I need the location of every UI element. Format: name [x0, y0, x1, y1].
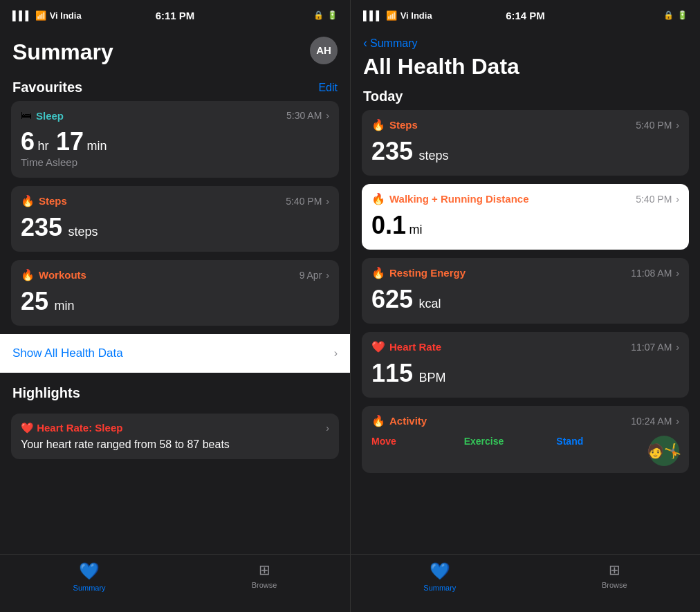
- highlight-title-text: ❤️ Heart Rate: Sleep: [21, 422, 122, 434]
- back-chevron-icon: ‹: [363, 36, 367, 50]
- tab-bar-left: 💙 Summary ⊞ Browse: [0, 554, 350, 612]
- tab-summary-left[interactable]: 💙 Summary: [73, 562, 106, 592]
- tab-browse-icon-right: ⊞: [609, 562, 620, 578]
- right-phone: ▌▌▌ 📶 Vi India 6:14 PM 🔒 🔋 ‹ Summary All…: [350, 0, 700, 612]
- tab-summary-icon-right: 💙: [430, 562, 450, 581]
- activity-move-label: Move: [371, 436, 464, 466]
- flame-icon-resting: 🔥: [371, 266, 385, 279]
- activity-ring-icon: 🧑‍🤸: [649, 436, 679, 466]
- heart-rate-number: 115: [371, 359, 413, 387]
- walking-title: Walking + Running Distance: [389, 193, 529, 205]
- tab-summary-label-right: Summary: [423, 584, 456, 592]
- favourites-header: Favourites Edit: [0, 67, 350, 101]
- highlights-section: ❤️ Heart Rate: Sleep › Your heart rate r…: [0, 414, 350, 467]
- highlight-chevron: ›: [326, 423, 329, 434]
- status-bar-right: ▌▌▌ 📶 Vi India 6:14 PM 🔒 🔋: [351, 0, 700, 30]
- left-scroll[interactable]: Summary AH Favourites Edit 🛏 Sleep 5:30 …: [0, 30, 350, 554]
- activity-exercise-label: Exercise: [464, 436, 557, 466]
- steps-card-header-left: 🔥 Steps 5:40 PM ›: [11, 186, 339, 213]
- steps-time-left: 5:40 PM: [286, 196, 322, 207]
- resting-title-row: 🔥 Resting Energy: [371, 266, 466, 279]
- steps-title-left: Steps: [39, 195, 67, 207]
- walking-number: 0.1: [371, 211, 406, 239]
- heart-rate-header: ❤️ Heart Rate 11:07 AM ›: [362, 332, 689, 359]
- show-all-health-row[interactable]: Show All Health Data ›: [0, 334, 350, 373]
- resting-value: 625 kcal: [362, 285, 689, 324]
- sleep-sub: Time Asleep: [21, 156, 329, 168]
- flame-icon-activity: 🔥: [371, 414, 385, 427]
- highlight-title-label: Heart Rate: Sleep: [37, 422, 122, 434]
- page-title-right: All Health Data: [363, 55, 688, 79]
- workouts-chevron: ›: [326, 270, 329, 281]
- workouts-time: 9 Apr: [300, 270, 322, 281]
- activity-chevron: ›: [676, 416, 679, 427]
- sleep-time: 5:30 AM: [286, 110, 322, 121]
- workouts-card[interactable]: 🔥 Workouts 9 Apr › 25 min: [11, 260, 339, 326]
- activity-card[interactable]: 🔥 Activity 10:24 AM › Move Exercise Stan…: [362, 406, 689, 473]
- heart-rate-value: 115 BPM: [362, 359, 689, 398]
- walking-value: 0.1 mi: [362, 211, 689, 250]
- battery-area-left: 🔒 🔋: [313, 10, 338, 20]
- wifi-icon: 📶: [35, 10, 46, 21]
- steps-value-right: 235 steps: [362, 137, 689, 176]
- workouts-unit: min: [55, 299, 75, 313]
- sleep-chevron: ›: [326, 110, 329, 121]
- edit-button[interactable]: Edit: [318, 82, 338, 94]
- sleep-title: Sleep: [36, 110, 64, 122]
- carrier-text-left: Vi India: [50, 10, 82, 21]
- walking-time: 5:40 PM: [636, 194, 672, 205]
- tab-browse-left[interactable]: ⊞ Browse: [252, 562, 277, 589]
- flame-icon-workouts: 🔥: [21, 268, 35, 281]
- steps-card-right[interactable]: 🔥 Steps 5:40 PM › 235 steps: [362, 110, 689, 176]
- sleep-hours: 6: [21, 127, 35, 156]
- lock-icon-right: 🔒: [663, 10, 674, 20]
- flame-icon-steps-right: 🔥: [371, 118, 385, 131]
- resting-energy-card[interactable]: 🔥 Resting Energy 11:08 AM › 625 kcal: [362, 258, 689, 324]
- steps-title-row-left: 🔥 Steps: [21, 194, 67, 207]
- battery-icon-right: 🔋: [677, 10, 688, 20]
- activity-title: Activity: [389, 415, 427, 427]
- heart-icon-rate: ❤️: [371, 340, 385, 353]
- tab-browse-label-left: Browse: [252, 581, 277, 589]
- resting-header: 🔥 Resting Energy 11:08 AM ›: [362, 258, 689, 285]
- status-bar-left: ▌▌▌ 📶 Vi India 6:11 PM 🔒 🔋: [0, 0, 350, 30]
- steps-card-left[interactable]: 🔥 Steps 5:40 PM › 235 steps: [11, 186, 339, 252]
- highlight-heart-icon: ❤️: [21, 422, 37, 434]
- tab-summary-right[interactable]: 💙 Summary: [423, 562, 456, 592]
- highlight-card-heartrate[interactable]: ❤️ Heart Rate: Sleep › Your heart rate r…: [11, 414, 339, 459]
- sleep-card-header: 🛏 Sleep 5:30 AM ›: [11, 101, 339, 127]
- tab-browse-right[interactable]: ⊞ Browse: [602, 562, 627, 589]
- steps-time-right: 5:40 PM: [636, 120, 672, 131]
- activity-labels: Move Exercise Stand 🧑‍🤸: [362, 433, 689, 473]
- heart-rate-card[interactable]: ❤️ Heart Rate 11:07 AM › 115 BPM: [362, 332, 689, 398]
- resting-title: Resting Energy: [389, 267, 466, 279]
- resting-number: 625: [371, 285, 413, 313]
- right-scroll[interactable]: Today 🔥 Steps 5:40 PM › 235 steps: [351, 80, 700, 554]
- flame-icon-walking: 🔥: [371, 192, 385, 205]
- steps-chevron-right: ›: [676, 120, 679, 131]
- workouts-title-row: 🔥 Workouts: [21, 268, 86, 281]
- tab-browse-icon-left: ⊞: [259, 562, 270, 578]
- show-all-label: Show All Health Data: [12, 346, 123, 360]
- heart-rate-time: 11:07 AM: [631, 342, 672, 353]
- highlights-header: Highlights: [0, 373, 350, 407]
- signal-icon: ▌▌▌: [12, 10, 32, 21]
- lock-icon: 🔒: [313, 10, 324, 20]
- heart-rate-unit: BPM: [419, 371, 446, 384]
- right-back-nav: ‹ Summary All Health Data: [351, 30, 700, 80]
- walking-chevron: ›: [676, 194, 679, 205]
- walking-distance-card[interactable]: 🔥 Walking + Running Distance 5:40 PM › 0…: [362, 184, 689, 250]
- walking-unit: mi: [409, 223, 423, 237]
- resting-unit: kcal: [419, 297, 441, 310]
- back-link[interactable]: ‹ Summary: [363, 36, 688, 50]
- highlight-body: Your heart rate ranged from 58 to 87 bea…: [21, 438, 329, 451]
- resting-time: 11:08 AM: [631, 268, 672, 279]
- steps-title-right: Steps: [389, 119, 418, 131]
- wifi-icon-right: 📶: [386, 10, 397, 21]
- steps-number-right: 235: [371, 137, 413, 165]
- steps-unit-right: steps: [419, 149, 449, 163]
- sleep-hr-unit: hr: [37, 139, 48, 153]
- sleep-card[interactable]: 🛏 Sleep 5:30 AM › 6 hr 17 min Time Aslee…: [11, 101, 339, 178]
- steps-unit-left: steps: [68, 225, 98, 239]
- steps-number-left: 235: [21, 213, 62, 241]
